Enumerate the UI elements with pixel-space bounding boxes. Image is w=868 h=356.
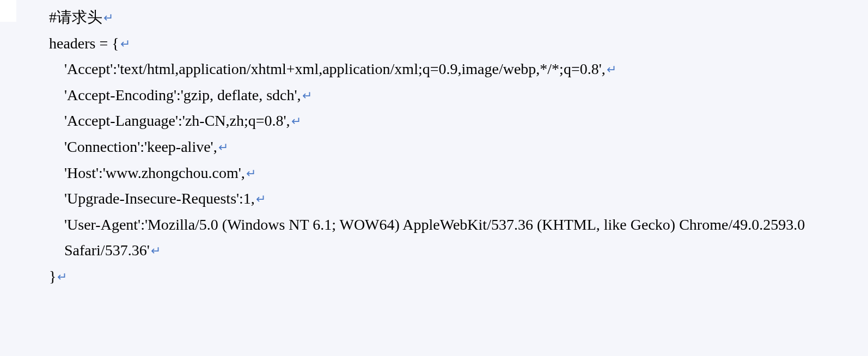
- return-mark-icon: ↵: [120, 34, 130, 54]
- header-entry-line: 'Host':'www.zhongchou.com',↵: [49, 160, 868, 186]
- return-mark-icon: ↵: [151, 241, 161, 261]
- header-entry-line: 'Accept-Encoding':'gzip, deflate, sdch',…: [49, 82, 868, 108]
- closing-brace-text: }: [49, 268, 56, 285]
- header-entry-text: 'Connection':'keep-alive',: [64, 138, 217, 155]
- closing-brace-line: }↵: [49, 263, 868, 290]
- header-entry-line: 'User-Agent':'Mozilla/5.0 (Windows NT 6.…: [49, 212, 868, 263]
- header-entry-line: 'Connection':'keep-alive',↵: [49, 134, 868, 160]
- comment-line: #请求头↵: [49, 4, 868, 30]
- code-block: #请求头↵ headers = {↵ 'Accept':'text/html,a…: [0, 4, 868, 290]
- return-mark-icon: ↵: [256, 189, 266, 209]
- header-entry-line: 'Upgrade-Insecure-Requests':1,↵: [49, 186, 868, 212]
- header-entry-line: 'Accept':'text/html,application/xhtml+xm…: [49, 56, 868, 82]
- comment-text: #请求头: [49, 9, 102, 26]
- return-mark-icon: ↵: [218, 137, 228, 157]
- header-entry-text: 'Upgrade-Insecure-Requests':1,: [64, 190, 255, 207]
- header-entry-text: 'Accept-Language':'zh-CN,zh;q=0.8',: [64, 112, 290, 129]
- header-entry-text: 'Accept':'text/html,application/xhtml+xm…: [64, 60, 606, 77]
- header-entry-line: 'Accept-Language':'zh-CN,zh;q=0.8',↵: [49, 108, 868, 134]
- return-mark-icon: ↵: [103, 8, 113, 28]
- left-margin-indicator: [0, 0, 16, 22]
- variable-declaration-line: headers = {↵: [49, 30, 868, 57]
- return-mark-icon: ↵: [607, 59, 616, 79]
- return-mark-icon: ↵: [291, 111, 301, 131]
- variable-declaration-text: headers = {: [49, 35, 119, 52]
- return-mark-icon: ↵: [302, 85, 312, 106]
- header-entry-text: 'User-Agent':'Mozilla/5.0 (Windows NT 6.…: [64, 216, 809, 259]
- return-mark-icon: ↵: [57, 267, 67, 287]
- return-mark-icon: ↵: [246, 163, 256, 183]
- header-entry-text: 'Accept-Encoding':'gzip, deflate, sdch',: [64, 87, 301, 103]
- header-entry-text: 'Host':'www.zhongchou.com',: [64, 164, 245, 181]
